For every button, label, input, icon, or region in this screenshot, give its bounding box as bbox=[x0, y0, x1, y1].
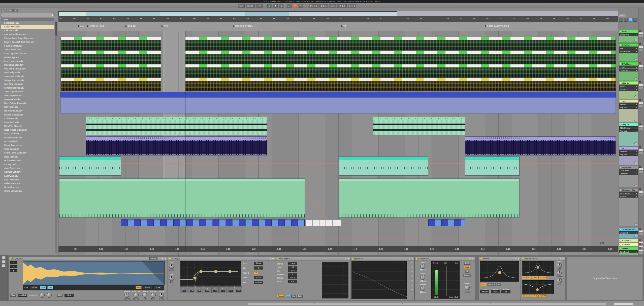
clip-header[interactable] bbox=[339, 157, 428, 160]
midi-clip-cell[interactable] bbox=[332, 219, 339, 226]
lfo-toggle[interactable]: LFO bbox=[57, 294, 63, 297]
track-activator-icon[interactable] bbox=[619, 30, 621, 32]
midi-clip-cell[interactable] bbox=[291, 219, 298, 226]
clip-waveform-body[interactable] bbox=[185, 54, 616, 64]
io-box[interactable] bbox=[639, 35, 643, 37]
clip-header[interactable] bbox=[339, 179, 519, 181]
track-display-area[interactable]: 0:500:551:001:051:101:151:201:251:301:35… bbox=[58, 31, 618, 255]
io-box[interactable] bbox=[639, 46, 643, 48]
clip-waveform-body[interactable] bbox=[61, 81, 161, 91]
io-toggle-icon[interactable] bbox=[2, 264, 6, 267]
track-name[interactable]: B 3-Whls bbox=[619, 243, 638, 246]
browser-file-item[interactable]: Mallet Warm.adv bbox=[1, 182, 54, 185]
mix-chip[interactable]: Mix bbox=[286, 295, 291, 298]
device-on-icon[interactable] bbox=[276, 258, 278, 260]
io-box[interactable] bbox=[639, 67, 643, 70]
browser-file-item[interactable]: Juno Chords.adv bbox=[1, 48, 54, 52]
midi-clip-cell[interactable] bbox=[226, 219, 232, 226]
track-device-dropdown[interactable]: Full of drums+▾ bbox=[619, 169, 638, 172]
clip-header[interactable] bbox=[465, 157, 519, 160]
browser-file-item[interactable]: Sub Drop Long.adv bbox=[1, 82, 54, 86]
device-on-icon[interactable] bbox=[415, 258, 418, 260]
track-activator-icon[interactable] bbox=[619, 240, 621, 242]
draw-mode-button[interactable]: ✎ bbox=[299, 4, 303, 8]
browser-file-item[interactable]: Chill Keys.adv bbox=[1, 117, 54, 121]
playhead-line[interactable] bbox=[305, 31, 305, 252]
dual-chip[interactable]: 1.0 bbox=[527, 294, 531, 297]
midi-clip-cell[interactable] bbox=[306, 219, 313, 226]
browser-file-item[interactable]: FM Growl.adv bbox=[1, 140, 54, 143]
mode-box[interactable]: Stereo bbox=[254, 262, 263, 265]
browser-file-item[interactable]: 2-Hat Rock.adv bbox=[1, 21, 54, 25]
audio-clip-mint[interactable] bbox=[86, 117, 267, 135]
browser-file-item[interactable]: Future Bounce.adv bbox=[1, 143, 54, 147]
clip-header[interactable] bbox=[86, 137, 267, 140]
clip-waveform-body[interactable] bbox=[373, 120, 465, 135]
track-name[interactable]: FM bbox=[619, 146, 638, 150]
track-header-a-tape-fx[interactable]: A Tape-FX bbox=[619, 239, 638, 242]
record-arm-icon[interactable] bbox=[639, 247, 641, 249]
peak-chip[interactable]: Peak bbox=[464, 266, 470, 269]
track-header-fm[interactable]: FMMakeover▾Ring Mod▾ bbox=[619, 146, 638, 165]
midi-clip-cell[interactable] bbox=[265, 219, 272, 226]
track-device-dropdown[interactable]: Blue▾ bbox=[619, 47, 638, 50]
midi-clip-cell[interactable] bbox=[428, 219, 435, 226]
eq8-band-3[interactable]: 3250 bbox=[196, 286, 203, 293]
midi-clip-cell[interactable] bbox=[313, 219, 319, 226]
beatrepeat-param[interactable]: Variation0 bbox=[277, 273, 320, 276]
sr-box[interactable]: 1 bbox=[254, 266, 263, 270]
frequency-knob[interactable] bbox=[40, 293, 45, 298]
clip-waveform-body[interactable] bbox=[465, 140, 616, 155]
device-on-icon[interactable] bbox=[351, 258, 353, 260]
record-arm-icon[interactable] bbox=[639, 188, 641, 190]
track-header-train[interactable]: TrainSaturator▾Ring Mod▾ bbox=[619, 99, 638, 122]
record-arm-icon[interactable] bbox=[639, 30, 641, 32]
midi-clip-cell[interactable] bbox=[435, 219, 441, 226]
track-header-vocals[interactable]: VocalsS Plate Verb▾ bbox=[619, 30, 638, 42]
io-box[interactable] bbox=[639, 102, 643, 104]
locator-marker[interactable]: INTRO W KEYS bbox=[87, 24, 105, 28]
eq8-title-bar[interactable]: EQ Eight bbox=[168, 257, 275, 260]
browser-file-item[interactable]: Noise Riser.adv bbox=[1, 185, 54, 189]
browser-file-item[interactable]: Arp Dreams.adv bbox=[1, 98, 54, 101]
clip-waveform-body[interactable] bbox=[86, 120, 267, 135]
stop-button[interactable]: ■ bbox=[273, 4, 278, 8]
track-activator-icon[interactable] bbox=[619, 100, 621, 102]
track-device-dropdown[interactable]: Reduct▾ bbox=[619, 85, 638, 88]
device-on-icon[interactable] bbox=[10, 258, 12, 260]
snap-icon[interactable]: ▦ bbox=[10, 269, 17, 272]
audio-clip-green[interactable] bbox=[60, 51, 161, 64]
dual-knob[interactable]: 50 % bbox=[557, 278, 562, 285]
trace-chip[interactable]: Trace bbox=[480, 283, 487, 286]
browser-file-item[interactable]: Pad Warm Analog.adv bbox=[1, 67, 54, 71]
punch-in-field[interactable]: 1. 1. 1 bbox=[319, 4, 328, 8]
eq8-curve-display[interactable] bbox=[180, 261, 241, 286]
eq8-band-7[interactable]: 74.0k bbox=[227, 286, 234, 293]
clip-waveform-body[interactable] bbox=[185, 81, 616, 91]
midi-clip-cell[interactable] bbox=[326, 219, 332, 226]
session-record-button[interactable]: ● bbox=[293, 4, 297, 8]
browser-file-item[interactable]: Glass Keys.adv bbox=[1, 56, 54, 59]
blue-clip-body[interactable] bbox=[60, 97, 616, 113]
view-toggle-active-icon[interactable] bbox=[628, 18, 633, 22]
device-hotswap-icons[interactable] bbox=[162, 258, 167, 260]
dual-chip[interactable]: L3 bbox=[522, 276, 526, 279]
midi-clip-cell[interactable] bbox=[272, 219, 278, 226]
notch-param[interactable]: Freq440 Hz bbox=[480, 288, 489, 293]
midi-clip-cell[interactable] bbox=[278, 219, 285, 226]
scale-box[interactable]: 100 % bbox=[254, 276, 263, 279]
browser-file-item[interactable]: Bell Tower.adv bbox=[1, 105, 54, 109]
io-box[interactable] bbox=[639, 65, 643, 67]
warp-button[interactable]: Warp bbox=[136, 286, 142, 289]
simpler-knob[interactable]: Fade In6.00 ms bbox=[123, 291, 130, 300]
io-box[interactable] bbox=[639, 168, 643, 170]
midi-clip-cell[interactable] bbox=[173, 219, 180, 226]
browser-file-item[interactable]: Electric Feels Tokyo Piano.adv bbox=[1, 36, 54, 40]
device-on-icon[interactable] bbox=[480, 258, 482, 260]
dual-curve-display-top[interactable] bbox=[522, 261, 554, 276]
track-name[interactable]: Master bbox=[619, 247, 638, 250]
midi-clip-cell[interactable] bbox=[186, 219, 193, 226]
midi-clip-cell[interactable] bbox=[239, 219, 245, 226]
midi-clip-cell[interactable] bbox=[304, 219, 305, 226]
grid-chip[interactable]: 1/16 bbox=[47, 286, 53, 289]
